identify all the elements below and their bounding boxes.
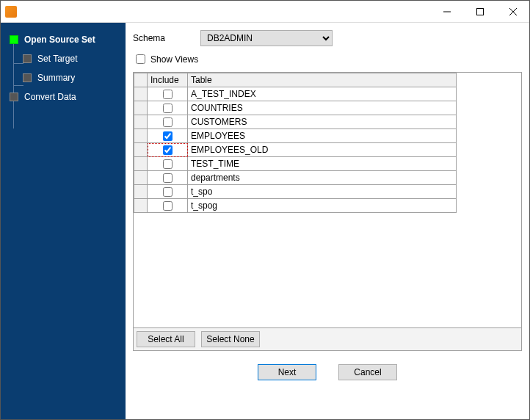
include-checkbox[interactable] bbox=[163, 173, 173, 183]
tables-grid: Include Table A_TEST_INDEXCOUNTRIESCUSTO… bbox=[133, 72, 522, 351]
row-header bbox=[134, 87, 148, 101]
select-none-button[interactable]: Select None bbox=[201, 331, 260, 347]
table-row[interactable]: EMPLOYEES bbox=[134, 129, 457, 143]
row-header bbox=[134, 143, 148, 157]
step-summary[interactable]: Summary bbox=[1, 68, 126, 87]
step-label: Set Target bbox=[37, 54, 77, 64]
include-cell[interactable] bbox=[148, 143, 188, 157]
row-header bbox=[134, 185, 148, 199]
maximize-icon bbox=[476, 8, 484, 15]
wizard-sidebar: Open Source Set Set Target Summary Conve… bbox=[1, 23, 126, 419]
step-active-icon bbox=[10, 35, 18, 44]
step-icon bbox=[23, 73, 32, 82]
minimize-button[interactable] bbox=[430, 1, 463, 22]
step-label: Summary bbox=[37, 73, 75, 83]
svg-rect-1 bbox=[476, 8, 483, 15]
minimize-icon bbox=[443, 8, 451, 15]
next-button[interactable]: Next bbox=[258, 364, 316, 380]
close-icon bbox=[509, 8, 517, 15]
col-header-include[interactable]: Include bbox=[148, 73, 188, 87]
row-header bbox=[134, 101, 148, 115]
include-cell[interactable] bbox=[148, 101, 188, 115]
table-name-cell[interactable]: A_TEST_INDEX bbox=[188, 87, 457, 101]
row-header-blank bbox=[134, 73, 148, 87]
row-header bbox=[134, 129, 148, 143]
schema-select[interactable]: DB2ADMIN bbox=[200, 30, 333, 46]
row-header bbox=[134, 199, 148, 213]
include-cell[interactable] bbox=[148, 87, 188, 101]
include-cell[interactable] bbox=[148, 171, 188, 185]
show-views-checkbox[interactable]: Show Views bbox=[133, 52, 522, 66]
table-name-cell[interactable]: COUNTRIES bbox=[188, 101, 457, 115]
include-cell[interactable] bbox=[148, 115, 188, 129]
include-checkbox[interactable] bbox=[163, 187, 173, 197]
col-header-table[interactable]: Table bbox=[188, 73, 457, 87]
table-name-cell[interactable]: t_spo bbox=[188, 185, 457, 199]
table-name-cell[interactable]: t_spog bbox=[188, 199, 457, 213]
include-checkbox[interactable] bbox=[163, 104, 173, 113]
main-content: Schema DB2ADMIN Show Views bbox=[126, 23, 529, 419]
table-row[interactable]: departments bbox=[134, 171, 457, 185]
table-row[interactable]: CUSTOMERS bbox=[134, 115, 457, 129]
row-header bbox=[134, 171, 148, 185]
titlebar bbox=[1, 1, 529, 23]
table-name-cell[interactable]: EMPLOYEES_OLD bbox=[188, 143, 457, 157]
include-cell[interactable] bbox=[148, 185, 188, 199]
table-row[interactable]: A_TEST_INDEX bbox=[134, 87, 457, 101]
include-cell[interactable] bbox=[148, 199, 188, 213]
step-label: Convert Data bbox=[24, 92, 76, 102]
table-name-cell[interactable]: CUSTOMERS bbox=[188, 115, 457, 129]
step-set-target[interactable]: Set Target bbox=[1, 49, 126, 68]
include-checkbox[interactable] bbox=[163, 145, 173, 155]
include-checkbox[interactable] bbox=[163, 159, 173, 169]
table-row[interactable]: t_spo bbox=[134, 185, 457, 199]
show-views-label: Show Views bbox=[150, 54, 198, 65]
maximize-button[interactable] bbox=[463, 1, 496, 22]
include-checkbox[interactable] bbox=[163, 90, 173, 99]
row-header bbox=[134, 115, 148, 129]
show-views-input[interactable] bbox=[136, 54, 145, 64]
include-checkbox[interactable] bbox=[163, 117, 173, 127]
table-name-cell[interactable]: departments bbox=[188, 171, 457, 185]
table-name-cell[interactable]: EMPLOYEES bbox=[188, 129, 457, 143]
table-name-cell[interactable]: TEST_TIME bbox=[188, 157, 457, 171]
table-row[interactable]: COUNTRIES bbox=[134, 101, 457, 115]
step-open-source-set[interactable]: Open Source Set bbox=[1, 30, 126, 49]
cancel-button[interactable]: Cancel bbox=[338, 364, 397, 380]
app-icon bbox=[5, 6, 17, 18]
table-row[interactable]: t_spog bbox=[134, 199, 457, 213]
table-row[interactable]: EMPLOYEES_OLD bbox=[134, 143, 457, 157]
include-checkbox[interactable] bbox=[163, 131, 173, 141]
app-window: Open Source Set Set Target Summary Conve… bbox=[0, 0, 530, 420]
include-cell[interactable] bbox=[148, 129, 188, 143]
schema-label: Schema bbox=[133, 33, 192, 43]
include-checkbox[interactable] bbox=[163, 201, 173, 211]
close-button[interactable] bbox=[496, 1, 529, 22]
step-icon bbox=[10, 93, 18, 101]
step-convert-data[interactable]: Convert Data bbox=[1, 87, 126, 106]
footer-buttons: Next Cancel bbox=[133, 357, 522, 389]
table-row[interactable]: TEST_TIME bbox=[134, 157, 457, 171]
select-all-button[interactable]: Select All bbox=[137, 331, 195, 347]
step-icon bbox=[23, 54, 32, 63]
include-cell[interactable] bbox=[148, 157, 188, 171]
step-label: Open Source Set bbox=[24, 35, 95, 45]
row-header bbox=[134, 157, 148, 171]
